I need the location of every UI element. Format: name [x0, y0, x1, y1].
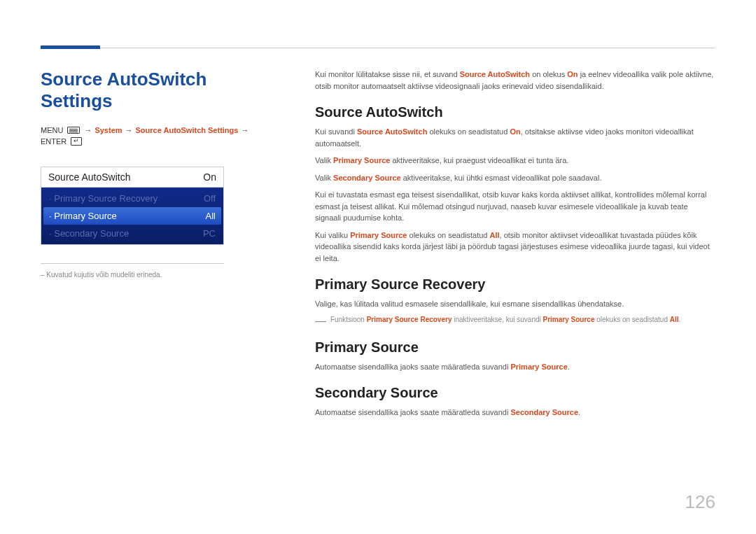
highlight: Secondary Source [333, 174, 401, 182]
page-title: Source AutoSwitch Settings [41, 69, 272, 112]
paragraph: Valik Secondary Source aktiveeritakse, k… [315, 172, 715, 184]
osd-body: · Primary Source Recovery Off · Primary … [41, 188, 223, 244]
enter-icon [71, 137, 82, 146]
breadcrumb-enter-label: ENTER [41, 137, 66, 146]
paragraph: Valige, kas lülitada valitud esmasele si… [315, 298, 715, 310]
highlight: All [490, 231, 500, 239]
highlight: On [567, 70, 578, 78]
note-text: Funktsioon Primary Source Recovery inakt… [330, 316, 680, 323]
osd-row-label: · Primary Source Recovery [49, 193, 158, 204]
breadcrumb-system: System [94, 126, 122, 134]
header-rule [41, 48, 715, 48]
highlight: Primary Source [333, 156, 390, 164]
arrow-icon: → [84, 126, 92, 134]
intro-paragraph: Kui monitor lülitatakse sisse nii, et su… [315, 69, 715, 92]
text: olekuks on seadistatud [594, 316, 669, 323]
arrow-icon: → [125, 126, 133, 134]
osd-row-value: PC [203, 228, 216, 239]
highlight: Primary Source [350, 231, 407, 239]
text: inaktiveeritakse, kui suvandi [451, 316, 542, 323]
highlight: On [510, 127, 520, 136]
text: Automaatse sisendallika jaoks saate määr… [315, 408, 510, 416]
osd-panel: Source AutoSwitch On · Primary Source Re… [41, 167, 224, 245]
right-column: Kui monitor lülitatakse sisse nii, et su… [315, 69, 715, 424]
text: Kui suvandi [315, 127, 357, 136]
paragraph: Automaatse sisendallika jaoks saate määr… [315, 407, 715, 419]
highlight: Source AutoSwitch [357, 127, 427, 136]
section-heading: Source AutoSwitch [315, 104, 715, 120]
highlight: Primary Source [543, 316, 595, 323]
osd-row-primary: · Primary Source All [43, 207, 221, 225]
highlight: Secondary Source [510, 408, 578, 416]
section-heading: Primary Source [315, 339, 715, 356]
note: ― Funktsioon Primary Source Recovery ina… [315, 316, 715, 327]
breadcrumb-settings: Source AutoSwitch Settings [136, 126, 239, 134]
footnote-rule [41, 263, 224, 264]
section-heading: Primary Source Recovery [315, 276, 715, 293]
dash-icon: ― [315, 316, 326, 327]
text: Automaatse sisendallika jaoks saate määr… [315, 363, 510, 371]
paragraph: Kui ei tuvastata esmast ega teisest sise… [315, 189, 715, 224]
text: on olekus [530, 70, 567, 78]
text: Valik [315, 156, 333, 164]
osd-row-recovery: · Primary Source Recovery Off [43, 190, 221, 207]
text: aktiveeritakse, kui ühtki esmast videoal… [401, 174, 602, 182]
osd-row-value: All [206, 211, 216, 221]
text: Kui valiku [315, 231, 350, 239]
left-footnote: – Kuvatud kujutis võib mudeliti erineda. [41, 271, 224, 279]
osd-row-secondary: · Secondary Source PC [43, 225, 221, 242]
osd-row-label: · Primary Source [49, 211, 117, 221]
osd-header-value: On [203, 171, 216, 183]
paragraph: Kui suvandi Source AutoSwitch olekuks on… [315, 126, 715, 149]
text: Valik [315, 174, 333, 182]
text: . [568, 363, 570, 371]
osd-row-label: · Secondary Source [49, 228, 129, 239]
paragraph: Kui valiku Primary Source olekuks on sea… [315, 230, 715, 265]
text: . [578, 408, 580, 416]
osd-row-value: Off [204, 193, 216, 204]
highlight: All [670, 316, 679, 323]
section-heading: Secondary Source [315, 385, 715, 401]
highlight: Primary Source [510, 363, 567, 371]
highlight: Primary Source Recovery [367, 316, 452, 323]
breadcrumb: MENU → System → Source AutoSwitch Settin… [41, 126, 272, 146]
menu-icon [67, 127, 80, 134]
paragraph: Automaatse sisendallika jaoks saate määr… [315, 361, 715, 373]
highlight: Source AutoSwitch [460, 70, 530, 78]
left-column: Source AutoSwitch Settings MENU → System… [41, 69, 272, 279]
arrow-icon: → [241, 126, 248, 134]
paragraph: Valik Primary Source aktiveeritakse, kui… [315, 155, 715, 167]
osd-header: Source AutoSwitch On [41, 167, 223, 188]
breadcrumb-menu-label: MENU [41, 126, 63, 134]
left-footnote-text: Kuvatud kujutis võib mudeliti erineda. [46, 271, 162, 279]
page-number: 126 [685, 491, 715, 513]
text: Kui monitor lülitatakse sisse nii, et su… [315, 70, 460, 78]
text: Funktsioon [330, 316, 367, 323]
text: aktiveeritakse, kui praegust videoallika… [390, 156, 568, 164]
text: . [679, 316, 681, 323]
osd-header-label: Source AutoSwitch [48, 171, 131, 183]
text: olekuks on seadistatud [407, 231, 489, 239]
header-accent [41, 45, 100, 49]
text: olekuks on seadistatud [427, 127, 510, 136]
